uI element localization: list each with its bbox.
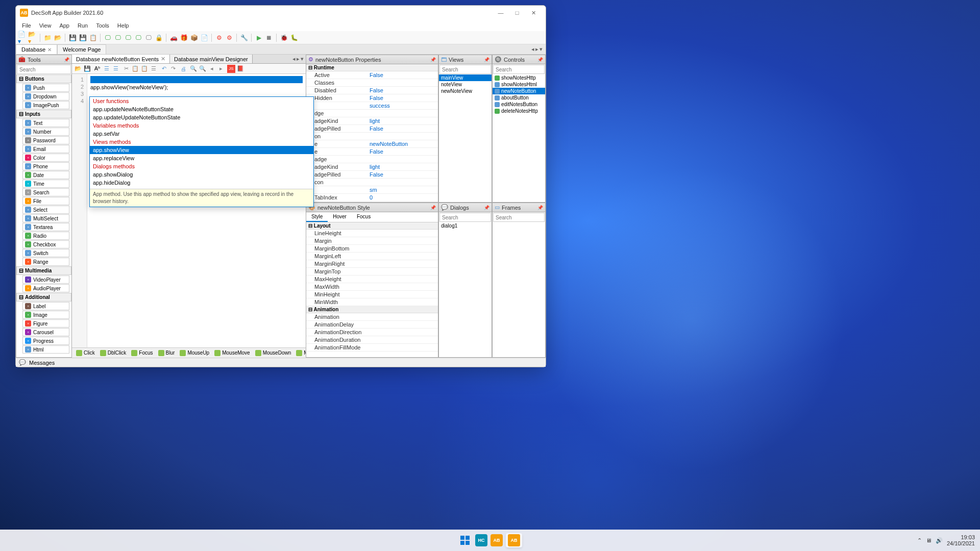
tools-item-textarea[interactable]: ▫Textarea [22, 223, 69, 231]
gift-icon[interactable]: 🎁 [179, 33, 188, 42]
style-group[interactable]: ⊟ Layout [306, 222, 438, 230]
play-icon[interactable]: ▶ [254, 33, 263, 42]
gear2-icon[interactable]: ⚙ [225, 33, 234, 42]
tools-item-email[interactable]: ▫Email [22, 145, 69, 153]
event-tab-mo[interactable]: Mo [294, 349, 306, 357]
page-icon[interactable]: 📄 [200, 33, 209, 42]
view-item[interactable]: mainView [439, 74, 492, 81]
tools-item-checkbox[interactable]: ▫Checkbox [22, 240, 69, 248]
menu-app[interactable]: App [55, 21, 74, 30]
minimize-button[interactable]: — [493, 8, 509, 18]
ac-item[interactable]: app.replaceView [90, 154, 313, 162]
tools-item-switch[interactable]: ▫Switch [22, 249, 69, 257]
styletab-hover[interactable]: Hover [328, 212, 352, 222]
style-row[interactable]: Margin [306, 237, 438, 245]
style-row[interactable]: AnimationDirection [306, 329, 438, 336]
screen2-icon[interactable]: 🖵 [113, 33, 122, 42]
tray-clock[interactable]: 19:03 24/10/2021 [947, 534, 975, 546]
ac-item[interactable]: app.showDialog [90, 170, 313, 179]
tools-item-audioplayer[interactable]: ▫AudioPlayer [22, 284, 69, 292]
style-row[interactable]: MaxWidth [306, 283, 438, 291]
prop-row[interactable]: success [306, 102, 438, 110]
screen1-icon[interactable]: 🖵 [103, 33, 112, 42]
close-button[interactable]: ✕ [525, 8, 542, 18]
saveall-icon[interactable]: 💾 [78, 33, 87, 42]
style-row[interactable]: MarginBottom [306, 245, 438, 253]
tools-item-html[interactable]: ▫Html [22, 345, 69, 354]
prop-row[interactable]: enewNoteButton [306, 140, 438, 148]
frames-search-input[interactable] [493, 213, 545, 222]
tab-prev-icon[interactable]: ◂ [531, 46, 534, 53]
new-icon[interactable]: 📄▾ [18, 33, 27, 42]
event-tab-focus[interactable]: Focus [129, 349, 155, 357]
pin-icon[interactable]: 📌 [484, 205, 489, 210]
control-item[interactable]: newNoteButton [493, 88, 545, 94]
style-row[interactable]: MinHeight [306, 291, 438, 298]
ac-item[interactable]: app.updateUpdateNoteButtonState [90, 113, 313, 121]
ac-item[interactable]: app.updateNewNoteButtonState [90, 105, 313, 113]
ed-prev-icon[interactable]: ◂ [208, 65, 216, 73]
doctab-designer[interactable]: Database mainView Designer [170, 55, 253, 63]
prop-row[interactable]: Classes [306, 79, 438, 87]
event-tab-click[interactable]: Click [74, 349, 97, 357]
ac-item[interactable]: app.setVar [90, 130, 313, 138]
ed-find-icon[interactable]: 🔍 [189, 65, 198, 73]
messages-icon[interactable]: 💬 [19, 359, 26, 366]
view-item[interactable]: noteView [439, 81, 492, 88]
tools-item-push[interactable]: ▫Push [22, 84, 69, 92]
style-row[interactable]: MaxHeight [306, 276, 438, 283]
prop-row[interactable]: TabIndex0 [306, 194, 438, 202]
tools-item-text[interactable]: ▫Text [22, 119, 69, 127]
event-tab-dblclick[interactable]: DblClick [98, 349, 129, 357]
tools-item-range[interactable]: ▫Range [22, 258, 69, 266]
style-row[interactable]: MarginLeft [306, 253, 438, 260]
tools-item-phone[interactable]: ▫Phone [22, 162, 69, 170]
control-item[interactable]: showNotesHttp [493, 74, 545, 81]
tools-item-radio[interactable]: ▫Radio [22, 232, 69, 240]
prop-row[interactable]: con [306, 179, 438, 186]
stop-icon[interactable]: ⏹ [264, 33, 274, 42]
tools-search-input[interactable] [17, 65, 71, 74]
prop-row[interactable]: adgePilledFalse [306, 171, 438, 179]
tools-group[interactable]: ⊟ Buttons [16, 74, 71, 83]
tab-next-icon[interactable]: ▸ [535, 46, 538, 53]
doctab-close-icon[interactable]: ✕ [161, 56, 165, 62]
folder-icon[interactable]: 📁 [43, 33, 52, 42]
view-item[interactable]: newNoteView [439, 88, 492, 94]
prop-row[interactable]: sm [306, 186, 438, 194]
style-row[interactable]: MarginTop [306, 268, 438, 276]
open-icon[interactable]: 📂▾ [28, 33, 37, 42]
prop-row[interactable]: eFalse [306, 148, 438, 156]
maximize-button[interactable]: □ [509, 8, 525, 18]
box-icon[interactable]: 📦 [189, 33, 199, 42]
doctab-events[interactable]: Database newNoteButton Events ✕ [72, 55, 170, 63]
pin-icon[interactable]: 📌 [484, 57, 489, 62]
folder2-icon[interactable]: 📂 [53, 33, 62, 42]
dialog-item[interactable]: dialog1 [439, 222, 492, 229]
style-row[interactable]: MarginRight [306, 260, 438, 268]
wrench-icon[interactable]: 🔧 [239, 33, 249, 42]
tab-database[interactable]: Database ✕ [16, 44, 57, 54]
style-row[interactable]: AnimationDuration [306, 336, 438, 344]
ed-replace-icon[interactable]: 🔍 [199, 65, 207, 73]
menu-help[interactable]: Help [113, 21, 133, 30]
debug2-icon[interactable]: 🐛 [289, 33, 299, 42]
prop-group[interactable]: ⊟ Runtime [306, 64, 438, 71]
tools-group[interactable]: ⊟ Multimedia [16, 266, 71, 275]
prop-row[interactable]: on [306, 133, 438, 140]
tab-welcome[interactable]: Welcome Page [57, 44, 106, 54]
ed-copy-icon[interactable]: 📋 [131, 65, 139, 73]
doctab-prev-icon[interactable]: ◂ [292, 56, 296, 62]
style-row[interactable]: MinWidth [306, 298, 438, 306]
tools-item-label[interactable]: ▫Label [22, 302, 69, 310]
save-icon[interactable]: 💾 [68, 33, 77, 42]
ed-pdf-icon[interactable]: 📕 [236, 65, 244, 73]
control-item[interactable]: editNotesButton [493, 101, 545, 108]
tab-menu-icon[interactable]: ▾ [540, 46, 543, 53]
tools-item-dropdown[interactable]: ▫Dropdown [22, 92, 69, 101]
ed-save-icon[interactable]: 💾 [83, 65, 91, 73]
ed-undo-icon[interactable]: ↶ [160, 65, 168, 73]
style-row[interactable]: AnimationFillMode [306, 344, 438, 352]
tools-item-imagepush[interactable]: ▫ImagePush [22, 101, 69, 109]
ed-list2-icon[interactable]: ☰ [112, 65, 120, 73]
